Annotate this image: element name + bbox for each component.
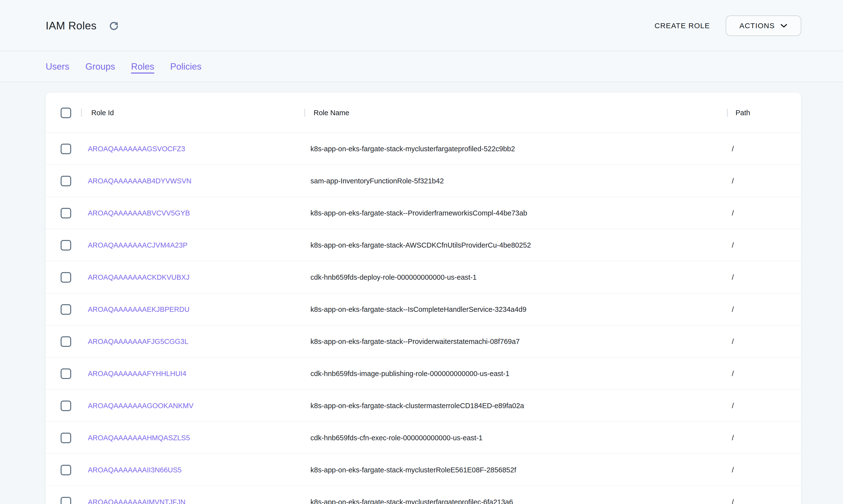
chevron-down-icon xyxy=(780,22,788,30)
role-name-cell: sam-app-InventoryFunctionRole-5f321b42 xyxy=(310,165,444,197)
role-id-link[interactable]: AROAQAAAAAAAB4DYVWSVN xyxy=(88,165,191,197)
row-checkbox[interactable] xyxy=(61,144,71,154)
role-name-cell: k8s-app-on-eks-fargate-stack--Providerfr… xyxy=(310,197,527,229)
role-id-link[interactable]: AROAQAAAAAAAII3N66US5 xyxy=(88,454,182,486)
row-checkbox[interactable] xyxy=(61,368,71,379)
table-header-row: Role Id Role Name Path xyxy=(46,93,801,133)
role-id-link[interactable]: AROAQAAAAAAAEKJBPERDU xyxy=(88,293,189,326)
table-row: AROAQAAAAAAAII3N66US5 k8s-app-on-eks-far… xyxy=(46,454,801,486)
table-row: AROAQAAAAAAAGOOKANKMV k8s-app-on-eks-far… xyxy=(46,390,801,422)
page-title: IAM Roles xyxy=(46,0,97,51)
role-path-cell: / xyxy=(732,390,734,422)
row-checkbox[interactable] xyxy=(61,497,71,504)
row-checkbox[interactable] xyxy=(61,208,71,218)
role-name-cell: k8s-app-on-eks-fargate-stack-myclusterfa… xyxy=(310,486,513,504)
role-id-link[interactable]: AROAQAAAAAAACKDKVUBXJ xyxy=(88,261,189,293)
role-name-cell: k8s-app-on-eks-fargate-stack-AWSCDKCfnUt… xyxy=(310,229,531,261)
role-path-cell: / xyxy=(732,229,734,261)
role-id-link[interactable]: AROAQAAAAAAAGSVOCFZ3 xyxy=(88,133,185,165)
actions-dropdown-button[interactable]: ACTIONS xyxy=(726,15,801,36)
select-all-checkbox[interactable] xyxy=(61,108,71,118)
role-path-cell: / xyxy=(732,133,734,165)
tab-groups[interactable]: Groups xyxy=(85,60,115,73)
role-path-cell: / xyxy=(732,197,734,229)
role-name-cell: k8s-app-on-eks-fargate-stack-myclusterRo… xyxy=(310,454,516,486)
role-path-cell: / xyxy=(732,261,734,293)
table-row: AROAQAAAAAAAHMQASZLS5 cdk-hnb659fds-cfn-… xyxy=(46,422,801,454)
row-checkbox[interactable] xyxy=(61,433,71,443)
role-id-link[interactable]: AROAQAAAAAAAHMQASZLS5 xyxy=(88,422,190,454)
row-checkbox[interactable] xyxy=(61,272,71,283)
column-divider xyxy=(81,109,82,117)
role-path-cell: / xyxy=(732,326,734,358)
role-name-cell: k8s-app-on-eks-fargate-stack-clustermast… xyxy=(310,390,524,422)
row-checkbox[interactable] xyxy=(61,400,71,411)
table-row: AROAQAAAAAAACJVM4A23P k8s-app-on-eks-far… xyxy=(46,229,801,261)
role-id-link[interactable]: AROAQAAAAAAAIMVNTJFJN xyxy=(88,486,186,504)
role-path-cell: / xyxy=(732,165,734,197)
table-row: AROAQAAAAAAAB4DYVWSVN sam-app-InventoryF… xyxy=(46,165,801,197)
role-path-cell: / xyxy=(732,486,734,504)
role-path-cell: / xyxy=(732,422,734,454)
role-path-cell: / xyxy=(732,454,734,486)
column-header-path: Path xyxy=(736,93,750,133)
row-checkbox[interactable] xyxy=(61,336,71,347)
create-role-button[interactable]: CREATE ROLE xyxy=(655,22,710,30)
table-row: AROAQAAAAAAABVCVV5GYB k8s-app-on-eks-far… xyxy=(46,197,801,229)
tab-roles[interactable]: Roles xyxy=(131,60,154,73)
column-divider xyxy=(304,109,305,117)
column-header-role-name: Role Name xyxy=(314,93,349,133)
table-row: AROAQAAAAAAAGSVOCFZ3 k8s-app-on-eks-farg… xyxy=(46,133,801,165)
role-path-cell: / xyxy=(732,358,734,390)
role-id-link[interactable]: AROAQAAAAAAABVCVV5GYB xyxy=(88,197,190,229)
roles-table-card: Role Id Role Name Path AROAQAAAAAAAGSVOC… xyxy=(46,93,801,504)
role-name-cell: k8s-app-on-eks-fargate-stack--IsComplete… xyxy=(310,293,527,326)
table-body: AROAQAAAAAAAGSVOCFZ3 k8s-app-on-eks-farg… xyxy=(46,133,801,504)
row-checkbox[interactable] xyxy=(61,465,71,475)
table-row: AROAQAAAAAAAFYHHLHUI4 cdk-hnb659fds-imag… xyxy=(46,358,801,390)
row-checkbox[interactable] xyxy=(61,240,71,251)
table-row: AROAQAAAAAAAEKJBPERDU k8s-app-on-eks-far… xyxy=(46,293,801,326)
iam-tabs: Users Groups Roles Policies xyxy=(0,52,843,82)
role-name-cell: k8s-app-on-eks-fargate-stack-myclusterfa… xyxy=(310,133,515,165)
role-id-link[interactable]: AROAQAAAAAAAGOOKANKMV xyxy=(88,390,193,422)
page-header: IAM Roles CREATE ROLE ACTIONS xyxy=(0,0,843,51)
role-id-link[interactable]: AROAQAAAAAAAFJG5CGG3L xyxy=(88,326,188,358)
row-checkbox[interactable] xyxy=(61,304,71,315)
actions-dropdown-label: ACTIONS xyxy=(739,22,775,30)
role-path-cell: / xyxy=(732,293,734,326)
role-name-cell: cdk-hnb659fds-image-publishing-role-0000… xyxy=(310,358,510,390)
role-name-cell: cdk-hnb659fds-deploy-role-000000000000-u… xyxy=(310,261,477,293)
column-divider xyxy=(727,109,728,117)
role-name-cell: cdk-hnb659fds-cfn-exec-role-000000000000… xyxy=(310,422,482,454)
row-checkbox[interactable] xyxy=(61,176,71,186)
role-id-link[interactable]: AROAQAAAAAAACJVM4A23P xyxy=(88,229,188,261)
role-id-link[interactable]: AROAQAAAAAAAFYHHLHUI4 xyxy=(88,358,186,390)
header-actions: CREATE ROLE ACTIONS xyxy=(655,0,801,51)
refresh-button[interactable] xyxy=(107,20,120,32)
table-row: AROAQAAAAAAAIMVNTJFJN k8s-app-on-eks-far… xyxy=(46,486,801,504)
refresh-icon xyxy=(108,20,119,32)
table-row: AROAQAAAAAAAFJG5CGG3L k8s-app-on-eks-far… xyxy=(46,326,801,358)
tab-users[interactable]: Users xyxy=(46,60,69,73)
role-name-cell: k8s-app-on-eks-fargate-stack--Providerwa… xyxy=(310,326,520,358)
column-header-role-id: Role Id xyxy=(91,93,114,133)
tab-policies[interactable]: Policies xyxy=(170,60,202,73)
table-row: AROAQAAAAAAACKDKVUBXJ cdk-hnb659fds-depl… xyxy=(46,261,801,293)
